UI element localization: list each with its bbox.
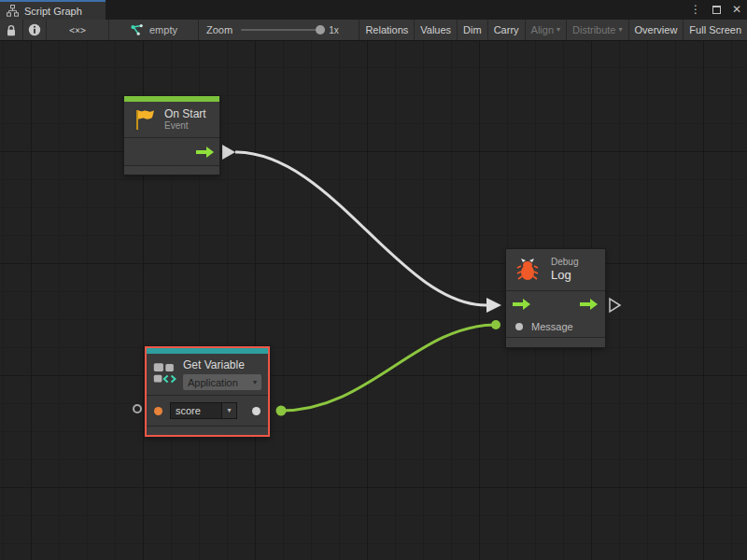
node-title: On Start bbox=[164, 107, 206, 120]
lock-button[interactable] bbox=[0, 20, 23, 40]
zoom-label: Zoom bbox=[206, 24, 233, 35]
values-button[interactable]: Values bbox=[415, 24, 457, 35]
zoom-value: 1x bbox=[329, 25, 339, 35]
tab-script-graph[interactable]: Script Graph bbox=[0, 0, 106, 20]
variable-name-input[interactable] bbox=[170, 402, 222, 419]
title-bar: Script Graph ⋮ ✕ bbox=[0, 0, 747, 20]
variables-icon bbox=[153, 358, 176, 390]
zoom-control: Zoom 1x bbox=[199, 20, 359, 40]
variable-scope-value: Application bbox=[188, 377, 238, 388]
variable-scope-dropdown[interactable]: Application ▾ bbox=[183, 374, 261, 390]
variable-name-input-port[interactable] bbox=[154, 407, 162, 415]
tab-title: Script Graph bbox=[24, 6, 82, 17]
graph-reference-button[interactable]: empty bbox=[109, 20, 199, 40]
info-button[interactable] bbox=[23, 20, 47, 40]
flag-icon bbox=[133, 107, 157, 132]
node-on-start[interactable]: On Start Event bbox=[124, 96, 219, 175]
flow-output-port[interactable] bbox=[196, 146, 215, 159]
info-icon bbox=[28, 23, 41, 36]
maximize-icon[interactable] bbox=[712, 6, 721, 14]
message-port-label: Message bbox=[531, 321, 573, 332]
overview-button[interactable]: Overview bbox=[629, 24, 684, 35]
lock-icon bbox=[6, 24, 17, 36]
node-title: Get Variable bbox=[183, 358, 261, 371]
close-icon[interactable]: ✕ bbox=[732, 0, 741, 20]
script-graph-window: Script Graph ⋮ ✕ <×> bbox=[0, 0, 747, 560]
zoom-slider-handle[interactable] bbox=[316, 25, 325, 35]
carry-button[interactable]: Carry bbox=[488, 24, 525, 35]
node-get-variable[interactable]: Get Variable Application ▾ ▾ bbox=[145, 346, 270, 437]
code-preview-button[interactable]: <×> bbox=[47, 20, 109, 40]
node-subtitle: Event bbox=[164, 120, 206, 132]
graph-pointer-icon bbox=[130, 23, 144, 36]
graph-toolbar: <×> empty Zoom 1x Relations Values Dim C… bbox=[0, 20, 747, 41]
chevron-down-icon: ▾ bbox=[619, 26, 623, 34]
distribute-button[interactable]: Distribute▾ bbox=[567, 24, 627, 35]
node-category: Debug bbox=[551, 257, 578, 268]
relations-button[interactable]: Relations bbox=[359, 24, 414, 35]
message-input-port[interactable] bbox=[515, 323, 523, 330]
code-icon: <×> bbox=[69, 25, 86, 35]
flow-input-port[interactable] bbox=[513, 298, 531, 311]
flow-output-port[interactable] bbox=[580, 298, 599, 311]
dim-button[interactable]: Dim bbox=[458, 24, 487, 35]
align-button[interactable]: Align▾ bbox=[526, 24, 566, 35]
chevron-down-icon: ▾ bbox=[227, 407, 231, 414]
unconnected-value-port-circle[interactable] bbox=[133, 404, 142, 413]
bug-icon bbox=[514, 257, 541, 283]
fullscreen-button[interactable]: Full Screen bbox=[684, 24, 747, 35]
variable-name-dropdown-button[interactable]: ▾ bbox=[222, 402, 237, 419]
node-title: Log bbox=[551, 268, 578, 283]
node-debug-log[interactable]: Debug Log Message bbox=[506, 249, 605, 347]
zoom-slider[interactable] bbox=[241, 29, 321, 31]
graph-reference-label: empty bbox=[149, 24, 177, 35]
chevron-down-icon: ▾ bbox=[253, 379, 257, 386]
window-menu-icon[interactable]: ⋮ bbox=[690, 0, 701, 20]
value-output-port[interactable] bbox=[252, 407, 261, 415]
chevron-down-icon: ▾ bbox=[557, 26, 560, 34]
graph-canvas[interactable] bbox=[0, 41, 747, 560]
graph-tab-icon bbox=[7, 5, 19, 17]
